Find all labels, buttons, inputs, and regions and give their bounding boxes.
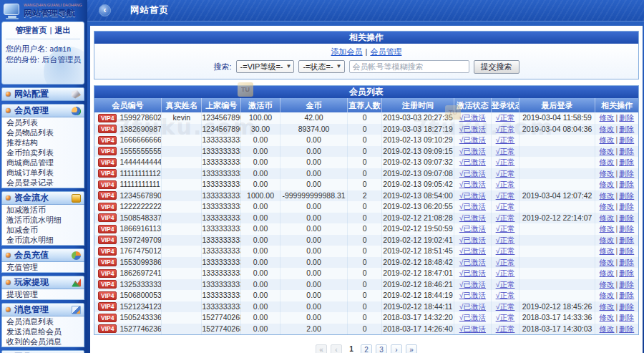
activation-status-link[interactable]: √已激活 (459, 191, 486, 200)
delete-link[interactable]: 删除 (619, 302, 634, 311)
sidebar-item[interactable]: 商城商品管理 (2, 158, 84, 168)
login-status-link[interactable]: √正常 (496, 302, 515, 311)
sidebar-item[interactable]: 激活币流水明细 (2, 215, 84, 225)
menu-section-header-2[interactable]: 资金流水 (1, 191, 84, 205)
login-status-link[interactable]: √正常 (496, 180, 515, 188)
activation-status-link[interactable]: √已激活 (459, 180, 486, 188)
login-status-link[interactable]: √正常 (496, 269, 515, 277)
login-status-link[interactable]: √正常 (496, 224, 515, 233)
login-status-link[interactable]: √正常 (496, 280, 515, 289)
activation-status-link[interactable]: √已激活 (459, 280, 486, 289)
page-button-1[interactable]: 1 (346, 344, 357, 353)
activation-status-link[interactable]: √已激活 (459, 302, 486, 311)
status-select[interactable]: -=状态=-▼ (298, 60, 344, 73)
login-status-link[interactable]: √正常 (496, 246, 515, 255)
edit-link[interactable]: 修改 (600, 169, 615, 178)
sidebar-item[interactable]: 加减金币 (2, 225, 84, 235)
menu-section-header-5[interactable]: 消息管理 (1, 303, 84, 316)
delete-link[interactable]: 删除 (619, 213, 634, 222)
logout-link[interactable]: 退出 (55, 26, 71, 34)
menu-section-header-3[interactable]: 会员充值 (1, 248, 84, 262)
sidebar-item[interactable]: 商城订单列表 (2, 168, 84, 178)
activation-status-link[interactable]: √已激活 (459, 246, 486, 255)
activation-status-link[interactable]: √已激活 (459, 135, 486, 144)
edit-link[interactable]: 修改 (600, 202, 615, 211)
sidebar-item[interactable]: 金币拍卖列表 (2, 148, 84, 158)
activation-status-link[interactable]: √已激活 (459, 213, 486, 222)
sidebar-item[interactable]: 推荐结构 (2, 137, 84, 148)
sidebar-item[interactable]: 会员物品列表 (2, 127, 84, 137)
submit-search-button[interactable]: 提交搜索 (474, 60, 519, 74)
sidebar-item[interactable]: 充值管理 (2, 262, 84, 272)
activation-status-link[interactable]: √已激活 (459, 258, 486, 266)
delete-link[interactable]: 删除 (619, 236, 634, 244)
activation-status-link[interactable]: √已激活 (459, 291, 486, 299)
login-status-link[interactable]: √正常 (496, 236, 515, 244)
sidebar-item[interactable]: 提现管理 (2, 289, 84, 299)
page-button-3[interactable]: 3 (376, 344, 387, 353)
edit-link[interactable]: 修改 (600, 246, 615, 255)
delete-link[interactable]: 删除 (619, 125, 634, 133)
admin-home-link[interactable]: 管理首页 (15, 26, 47, 34)
login-status-link[interactable]: √正常 (496, 125, 515, 133)
activation-status-link[interactable]: √已激活 (459, 158, 486, 166)
delete-link[interactable]: 删除 (619, 135, 634, 144)
vip-level-select[interactable]: -=VIP等级=-▼ (236, 60, 295, 73)
menu-section-header-6[interactable]: 工具 (1, 350, 84, 353)
delete-link[interactable]: 删除 (619, 169, 634, 178)
sidebar-item[interactable]: 发送消息给会员 (2, 327, 84, 337)
edit-link[interactable]: 修改 (600, 113, 615, 122)
delete-link[interactable]: 删除 (619, 180, 634, 188)
delete-link[interactable]: 删除 (619, 158, 634, 166)
sidebar-item[interactable]: 会员消息列表 (2, 316, 84, 327)
next-page-button[interactable]: › (391, 344, 402, 353)
edit-link[interactable]: 修改 (600, 125, 615, 133)
delete-link[interactable]: 删除 (619, 113, 634, 122)
login-status-link[interactable]: √正常 (496, 202, 515, 211)
login-status-link[interactable]: √正常 (496, 191, 515, 200)
page-button-2[interactable]: 2 (361, 344, 372, 353)
edit-link[interactable]: 修改 (600, 302, 615, 311)
activation-status-link[interactable]: √已激活 (459, 324, 486, 333)
login-status-link[interactable]: √正常 (496, 147, 515, 155)
edit-link[interactable]: 修改 (600, 180, 615, 188)
sidebar-item[interactable]: 会员列表 (2, 117, 84, 127)
edit-link[interactable]: 修改 (600, 224, 615, 233)
delete-link[interactable]: 删除 (619, 269, 634, 277)
login-status-link[interactable]: √正常 (496, 169, 515, 178)
delete-link[interactable]: 删除 (619, 324, 634, 333)
delete-link[interactable]: 删除 (619, 147, 634, 155)
delete-link[interactable]: 删除 (619, 280, 634, 289)
member-manage-link[interactable]: 会员管理 (370, 47, 401, 56)
activation-status-link[interactable]: √已激活 (459, 169, 486, 178)
delete-link[interactable]: 删除 (619, 291, 634, 299)
menu-section-header-1[interactable]: 会员管理 (1, 104, 84, 117)
login-status-link[interactable]: √正常 (496, 135, 515, 144)
edit-link[interactable]: 修改 (600, 280, 615, 289)
edit-link[interactable]: 修改 (600, 269, 615, 277)
last-page-button[interactable]: » (406, 344, 417, 353)
sidebar-item[interactable]: 加减激活币 (2, 205, 84, 215)
delete-link[interactable]: 删除 (619, 246, 634, 255)
activation-status-link[interactable]: √已激活 (459, 125, 486, 133)
login-status-link[interactable]: √正常 (496, 213, 515, 222)
menu-section-header-0[interactable]: 网站配置 (1, 87, 84, 101)
menu-section-header-4[interactable]: 玩家提现 (1, 276, 84, 289)
edit-link[interactable]: 修改 (600, 258, 615, 266)
sidebar-item[interactable]: 金币流水明细 (2, 235, 84, 245)
sidebar-item[interactable]: 收到的会员消息 (2, 337, 84, 347)
delete-link[interactable]: 删除 (619, 258, 634, 266)
login-status-link[interactable]: √正常 (496, 291, 515, 299)
activation-status-link[interactable]: √已激活 (459, 269, 486, 277)
edit-link[interactable]: 修改 (600, 236, 615, 244)
edit-link[interactable]: 修改 (600, 313, 615, 321)
edit-link[interactable]: 修改 (600, 291, 615, 299)
back-button[interactable]: ‹ (99, 4, 111, 16)
edit-link[interactable]: 修改 (600, 147, 615, 155)
login-status-link[interactable]: √正常 (496, 313, 515, 321)
activation-status-link[interactable]: √已激活 (459, 313, 486, 321)
edit-link[interactable]: 修改 (600, 324, 615, 333)
activation-status-link[interactable]: √已激活 (459, 113, 486, 122)
activation-status-link[interactable]: √已激活 (459, 202, 486, 211)
edit-link[interactable]: 修改 (600, 158, 615, 166)
